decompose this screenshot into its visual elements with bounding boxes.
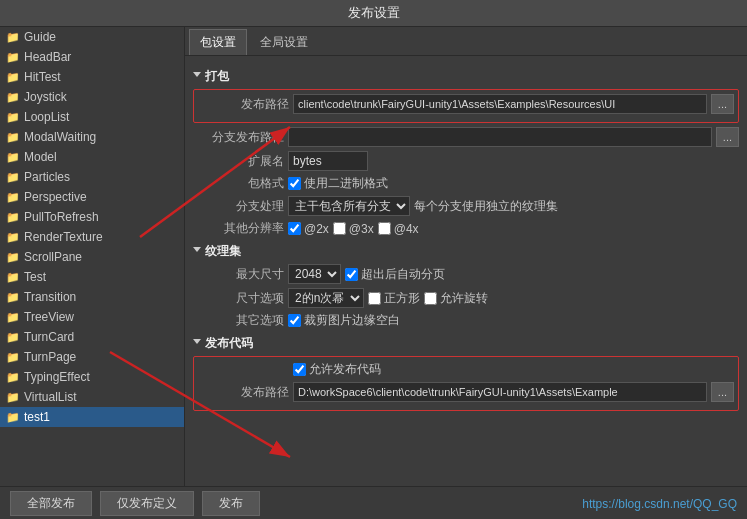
- sidebar-item-label: ModalWaiting: [24, 130, 96, 144]
- form-label: 其它选项: [209, 312, 284, 329]
- folder-icon: 📁: [6, 151, 20, 164]
- folder-icon: 📁: [6, 91, 20, 104]
- sidebar-item-label: PullToRefresh: [24, 210, 99, 224]
- form-label: 包格式: [209, 175, 284, 192]
- form-label: 其他分辨率: [209, 220, 284, 237]
- folder-icon: 📁: [6, 271, 20, 284]
- folder-icon: 📁: [6, 311, 20, 324]
- checkbox-text: 使用二进制格式: [304, 175, 388, 192]
- title-bar: 发布设置: [0, 0, 747, 27]
- checkbox-label[interactable]: 超出后自动分页: [345, 266, 445, 283]
- sidebar-item-treeview[interactable]: 📁TreeView: [0, 307, 184, 327]
- checkbox-label[interactable]: @3x: [333, 222, 374, 236]
- sidebar-item-model[interactable]: 📁Model: [0, 147, 184, 167]
- code-publish-outline: 允许发布代码发布路径...: [193, 356, 739, 411]
- sidebar-item-rendertexture[interactable]: 📁RenderTexture: [0, 227, 184, 247]
- checkbox-input[interactable]: [378, 222, 391, 235]
- sidebar-item-typingeffect[interactable]: 📁TypingEffect: [0, 367, 184, 387]
- select-box[interactable]: 2的n次幂任意: [288, 288, 364, 308]
- checkbox-input[interactable]: [333, 222, 346, 235]
- select-box[interactable]: 主干包含所有分支分支独立: [288, 196, 410, 216]
- form-input[interactable]: [288, 151, 368, 171]
- sidebar-item-label: HeadBar: [24, 50, 71, 64]
- select-box[interactable]: 512102420484096: [288, 264, 341, 284]
- bottom-link[interactable]: https://blog.csdn.net/QQ_GQ: [582, 497, 737, 511]
- checkbox-input[interactable]: [293, 363, 306, 376]
- form-label: 发布路径: [214, 96, 289, 113]
- sidebar-item-label: RenderTexture: [24, 230, 103, 244]
- sidebar-item-label: TurnCard: [24, 330, 74, 344]
- form-label: 发布路径: [214, 384, 289, 401]
- publish-all-button[interactable]: 全部发布: [10, 491, 92, 516]
- checkbox-input[interactable]: [288, 314, 301, 327]
- folder-icon: 📁: [6, 71, 20, 84]
- checkbox-text: 允许旋转: [440, 290, 488, 307]
- sidebar-item-label: HitTest: [24, 70, 61, 84]
- publish-path-outline: 发布路径...: [193, 89, 739, 123]
- form-input[interactable]: [293, 382, 707, 402]
- section-toggle[interactable]: [193, 72, 201, 81]
- section-toggle[interactable]: [193, 247, 201, 256]
- folder-icon: 📁: [6, 191, 20, 204]
- folder-icon: 📁: [6, 111, 20, 124]
- checkbox-label[interactable]: @4x: [378, 222, 419, 236]
- sidebar-item-label: test1: [24, 410, 50, 424]
- sidebar-item-label: VirtualList: [24, 390, 76, 404]
- checkbox-label[interactable]: @2x: [288, 222, 329, 236]
- sidebar-item-pulltorefresh[interactable]: 📁PullToRefresh: [0, 207, 184, 227]
- checkbox-text: @4x: [394, 222, 419, 236]
- checkbox-input[interactable]: [368, 292, 381, 305]
- sidebar-item-joystick[interactable]: 📁Joystick: [0, 87, 184, 107]
- checkbox-input[interactable]: [345, 268, 358, 281]
- publish-def-button[interactable]: 仅发布定义: [100, 491, 194, 516]
- checkbox-text: 超出后自动分页: [361, 266, 445, 283]
- form-input[interactable]: [288, 127, 712, 147]
- checkbox-input[interactable]: [424, 292, 437, 305]
- sidebar-item-scrollpane[interactable]: 📁ScrollPane: [0, 247, 184, 267]
- sidebar-item-hittest[interactable]: 📁HitTest: [0, 67, 184, 87]
- section-title: 发布代码: [205, 335, 253, 352]
- checkbox-label[interactable]: 允许旋转: [424, 290, 488, 307]
- checkbox-label[interactable]: 裁剪图片边缘空白: [288, 312, 400, 329]
- checkbox-label[interactable]: 使用二进制格式: [288, 175, 388, 192]
- folder-icon: 📁: [6, 51, 20, 64]
- checkbox-label[interactable]: 允许发布代码: [293, 361, 381, 378]
- sidebar-item-turncard[interactable]: 📁TurnCard: [0, 327, 184, 347]
- sidebar-item-guide[interactable]: 📁Guide: [0, 27, 184, 47]
- sidebar-item-label: TypingEffect: [24, 370, 90, 384]
- form-label: 分支发布路径: [209, 129, 284, 146]
- sidebar-item-headbar[interactable]: 📁HeadBar: [0, 47, 184, 67]
- section-title: 打包: [205, 68, 229, 85]
- tab-package[interactable]: 包设置: [189, 29, 247, 55]
- sidebar-item-test[interactable]: 📁Test: [0, 267, 184, 287]
- sidebar-item-modalwaiting[interactable]: 📁ModalWaiting: [0, 127, 184, 147]
- checkbox-input[interactable]: [288, 222, 301, 235]
- folder-icon: 📁: [6, 171, 20, 184]
- checkbox-text: 允许发布代码: [309, 361, 381, 378]
- sidebar-item-transition[interactable]: 📁Transition: [0, 287, 184, 307]
- sidebar-item-label: Joystick: [24, 90, 67, 104]
- sidebar-item-perspective[interactable]: 📁Perspective: [0, 187, 184, 207]
- sidebar-item-turnpage[interactable]: 📁TurnPage: [0, 347, 184, 367]
- sidebar-item-virtuallist[interactable]: 📁VirtualList: [0, 387, 184, 407]
- sidebar-item-test1[interactable]: 📁test1: [0, 407, 184, 427]
- sidebar-item-particles[interactable]: 📁Particles: [0, 167, 184, 187]
- sidebar-item-label: Particles: [24, 170, 70, 184]
- checkbox-text: @2x: [304, 222, 329, 236]
- browse-button[interactable]: ...: [716, 127, 739, 147]
- tab-global[interactable]: 全局设置: [249, 29, 319, 55]
- checkbox-input[interactable]: [288, 177, 301, 190]
- checkbox-label[interactable]: 正方形: [368, 290, 420, 307]
- scroll-content: 打包发布路径...分支发布路径...扩展名包格式使用二进制格式分支处理主干包含所…: [185, 56, 747, 486]
- sidebar-item-loooplist[interactable]: 📁LoopList: [0, 107, 184, 127]
- sidebar-item-label: Transition: [24, 290, 76, 304]
- sidebar-item-label: TreeView: [24, 310, 74, 324]
- section-toggle[interactable]: [193, 339, 201, 348]
- form-input[interactable]: [293, 94, 707, 114]
- browse-button[interactable]: ...: [711, 94, 734, 114]
- publish-button[interactable]: 发布: [202, 491, 260, 516]
- sidebar-item-label: Guide: [24, 30, 56, 44]
- sidebar-item-label: ScrollPane: [24, 250, 82, 264]
- browse-button[interactable]: ...: [711, 382, 734, 402]
- content-area: 包设置全局设置 打包发布路径...分支发布路径...扩展名包格式使用二进制格式分…: [185, 27, 747, 486]
